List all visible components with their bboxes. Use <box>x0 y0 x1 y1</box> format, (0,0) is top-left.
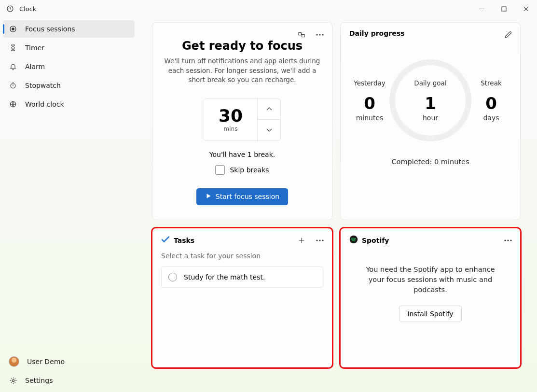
focus-card: Get ready to focus We'll turn off notifi… <box>152 22 332 220</box>
skip-breaks-label: Skip breaks <box>230 166 269 174</box>
expand-icon[interactable] <box>294 28 309 42</box>
maximize-button[interactable] <box>493 1 515 16</box>
add-task-button[interactable] <box>294 233 309 248</box>
sidebar-item-user[interactable]: User Demo <box>3 353 135 370</box>
titlebar: Clock <box>0 0 537 17</box>
stat-value: 0 <box>485 94 497 113</box>
svg-point-3 <box>12 28 14 30</box>
task-label: Study for the math test. <box>184 273 265 281</box>
spotify-card: Spotify You need the Spotify app to enha… <box>340 228 521 368</box>
play-icon <box>205 193 212 201</box>
focus-description: We'll turn off notifications and app ale… <box>161 56 323 85</box>
stat-label: Daily goal <box>414 79 446 87</box>
app-title: Clock <box>19 5 36 13</box>
completed-text: Completed: 0 minutes <box>349 158 511 166</box>
duration-increase-button[interactable] <box>258 99 280 120</box>
bell-icon <box>9 62 17 71</box>
duration-decrease-button[interactable] <box>258 120 280 140</box>
stat-yesterday: Yesterday 0 minutes <box>350 79 389 122</box>
sidebar-item-focus-sessions[interactable]: Focus sessions <box>3 20 135 38</box>
svg-point-18 <box>510 239 511 241</box>
install-spotify-button[interactable]: Install Spotify <box>399 306 461 322</box>
tasks-icon <box>161 235 170 245</box>
sidebar: Focus sessions Timer Alarm <box>0 17 138 392</box>
sidebar-item-world-clock[interactable]: World clock <box>3 96 135 113</box>
svg-point-6 <box>12 379 14 381</box>
avatar-icon <box>9 356 19 367</box>
break-info: You'll have 1 break. <box>161 151 323 158</box>
sidebar-item-label: Stopwatch <box>25 82 61 89</box>
svg-point-17 <box>507 239 509 241</box>
window-controls <box>470 1 537 16</box>
spotify-icon <box>349 235 358 245</box>
hourglass-icon <box>9 43 17 52</box>
start-focus-label: Start focus session <box>216 193 279 200</box>
stat-unit: hour <box>423 114 438 122</box>
sidebar-item-timer[interactable]: Timer <box>3 39 135 56</box>
progress-title: Daily progress <box>349 29 404 37</box>
edit-button[interactable] <box>501 28 515 42</box>
svg-point-12 <box>316 239 317 241</box>
duration-picker: 30 mins <box>204 98 281 141</box>
globe-icon <box>9 100 17 109</box>
clock-app-icon <box>6 4 14 13</box>
sidebar-item-settings[interactable]: Settings <box>3 372 135 389</box>
close-button[interactable] <box>515 1 537 16</box>
spotify-message: You need the Spotify app to enhance your… <box>349 265 511 295</box>
stat-streak: Streak 0 days <box>472 79 510 122</box>
task-item[interactable]: Study for the math test. <box>161 266 323 288</box>
svg-point-14 <box>322 239 323 241</box>
stat-label: Streak <box>481 79 502 87</box>
sidebar-item-label: User Demo <box>27 358 65 365</box>
gear-icon <box>9 376 17 385</box>
stat-value: 1 <box>425 94 436 113</box>
duration-value: 30 <box>219 107 243 125</box>
tasks-title: Tasks <box>174 237 194 244</box>
more-icon[interactable] <box>501 233 515 248</box>
svg-point-9 <box>316 34 317 35</box>
skip-breaks-checkbox[interactable] <box>215 165 225 175</box>
more-icon[interactable] <box>313 28 327 42</box>
tasks-card: Tasks Select a task for your session St <box>152 228 332 368</box>
svg-rect-7 <box>299 32 301 35</box>
svg-point-10 <box>319 34 320 35</box>
tasks-hint: Select a task for your session <box>161 252 323 260</box>
svg-point-13 <box>319 239 320 241</box>
svg-point-4 <box>11 84 15 88</box>
goal-ring: Daily goal 1 hour <box>389 59 471 141</box>
sidebar-item-label: World clock <box>25 100 64 108</box>
svg-point-16 <box>504 239 506 241</box>
spotify-title: Spotify <box>362 237 389 244</box>
svg-rect-1 <box>502 7 506 11</box>
minimize-button[interactable] <box>470 1 493 16</box>
sidebar-item-stopwatch[interactable]: Stopwatch <box>3 77 135 94</box>
daily-progress-card: Daily progress Yesterday 0 minutes <box>340 22 521 220</box>
stat-value: 0 <box>364 94 375 113</box>
duration-unit: mins <box>224 126 238 132</box>
sidebar-item-alarm[interactable]: Alarm <box>3 58 135 75</box>
stopwatch-icon <box>9 81 17 90</box>
stat-unit: days <box>483 114 499 122</box>
focus-icon <box>9 25 17 33</box>
stat-unit: minutes <box>356 114 384 122</box>
start-focus-button[interactable]: Start focus session <box>196 188 288 205</box>
sidebar-item-label: Settings <box>25 377 53 384</box>
stat-label: Yesterday <box>354 79 386 87</box>
sidebar-item-label: Focus sessions <box>25 25 75 33</box>
sidebar-item-label: Timer <box>25 44 44 52</box>
task-radio[interactable] <box>168 273 177 281</box>
svg-point-11 <box>322 34 323 35</box>
main-content: Get ready to focus We'll turn off notifi… <box>138 17 537 392</box>
sidebar-item-label: Alarm <box>25 63 45 70</box>
more-icon[interactable] <box>313 233 327 248</box>
